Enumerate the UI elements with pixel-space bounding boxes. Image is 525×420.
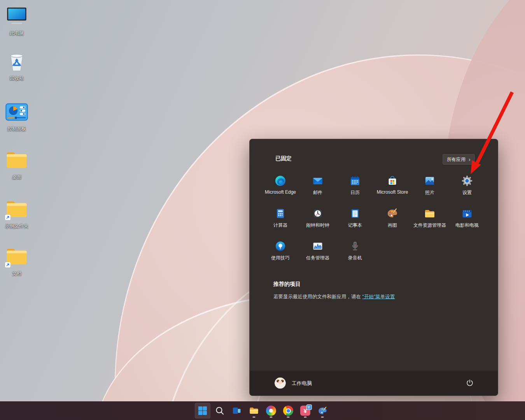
- all-apps-button[interactable]: 所有应用 ›: [443, 154, 475, 165]
- calendar-icon: [349, 175, 361, 187]
- pinwheel-app-icon: [266, 406, 276, 416]
- app-label: 设置: [462, 189, 472, 196]
- app-label: 日历: [350, 189, 360, 196]
- pinned-app-settings[interactable]: 设置: [448, 173, 486, 206]
- file-explorer-icon: [424, 207, 436, 220]
- running-app-indicator: [270, 416, 273, 418]
- microphone-icon: [349, 240, 361, 252]
- desktop-icon-label: 桌面: [12, 174, 21, 180]
- taskbar-file-explorer-button[interactable]: [246, 403, 262, 418]
- pinned-app-photos[interactable]: 照片: [411, 173, 448, 206]
- edge-icon: [274, 175, 287, 187]
- pinned-app-calendar[interactable]: 日历: [336, 173, 374, 206]
- currency-app-icon: ¥: [300, 406, 310, 416]
- recommended-hint: 若要显示最近使用的文件和新应用，请在: [273, 294, 362, 299]
- pinned-app-mail[interactable]: 邮件: [299, 173, 336, 206]
- task-view-icon: [232, 406, 242, 416]
- start-menu-footer: 工作电脑: [250, 370, 498, 396]
- chrome-icon: [283, 406, 293, 416]
- app-label: 使用技巧: [271, 255, 290, 261]
- running-app-indicator: [304, 416, 307, 418]
- app-label: 画图: [388, 222, 397, 229]
- file-explorer-icon: [249, 406, 259, 416]
- app-label: Microsoft Store: [377, 189, 408, 195]
- pinned-apps-grid: Microsoft Edge 邮件: [262, 173, 486, 271]
- desktop-icon-recycle-bin[interactable]: 回收站: [0, 49, 33, 82]
- search-icon: [215, 406, 225, 416]
- user-name: 工作电脑: [292, 380, 312, 387]
- movies-tv-icon: [461, 207, 473, 220]
- desktop-icon-label: 文档: [12, 270, 21, 277]
- folder-icon: [4, 197, 29, 222]
- desktop-icon-sample-folder[interactable]: 示例文件夹: [0, 197, 33, 229]
- running-app-indicator: [321, 416, 324, 418]
- pinned-app-calculator[interactable]: 计算器: [262, 206, 299, 239]
- pinned-app-microsoft-store[interactable]: Microsoft Store: [374, 173, 411, 206]
- taskbar: ¥: [0, 401, 525, 420]
- pinned-section-header: 已固定: [275, 155, 292, 162]
- pinned-app-task-manager[interactable]: 任务管理器: [299, 239, 336, 271]
- clock-icon: [312, 207, 324, 220]
- currency-app-badge-icon: [306, 404, 312, 410]
- running-app-indicator: [253, 416, 256, 418]
- search-button[interactable]: [212, 403, 228, 418]
- taskbar-currency-app-button[interactable]: ¥: [298, 403, 313, 418]
- calculator-icon: [274, 207, 287, 220]
- desktop-icon-label: 此电脑: [10, 30, 24, 37]
- start-menu: 已固定 所有应用 › Microsoft Edge: [249, 139, 498, 396]
- user-avatar: [275, 378, 286, 389]
- app-label: 闹钟和时钟: [306, 222, 329, 229]
- chrome-icon-center: [287, 409, 290, 413]
- app-label: Microsoft Edge: [265, 189, 296, 195]
- desktop-icon-documents-folder[interactable]: 文档: [0, 244, 33, 277]
- app-label: 任务管理器: [306, 255, 329, 261]
- app-label: 计算器: [273, 222, 287, 229]
- start-menu-settings-link[interactable]: "开始"菜单设置: [362, 294, 395, 299]
- app-label: 邮件: [313, 189, 322, 196]
- pinned-app-file-explorer[interactable]: 文件资源管理器: [411, 206, 448, 239]
- all-apps-label: 所有应用: [447, 156, 466, 163]
- desktop-icon-label: 控制面板: [7, 126, 26, 132]
- recommended-section-header: 推荐的项目: [273, 281, 301, 288]
- taskbar-pinwheel-app-button[interactable]: [263, 403, 279, 418]
- app-label: 记事本: [348, 222, 362, 229]
- desktop-icon-label: 示例文件夹: [5, 223, 28, 229]
- app-label: 录音机: [348, 255, 362, 261]
- control-panel-icon: [4, 100, 29, 124]
- task-view-button[interactable]: [229, 403, 245, 418]
- pinned-app-alarms-clock[interactable]: 闹钟和时钟: [299, 206, 336, 239]
- this-pc-icon: [4, 4, 29, 29]
- pinned-app-voice-recorder[interactable]: 录音机: [336, 239, 374, 271]
- taskbar-paint-app-button[interactable]: [315, 403, 330, 418]
- taskbar-chrome-button[interactable]: [280, 403, 296, 418]
- shortcut-arrow-icon: [5, 215, 10, 220]
- pinned-app-microsoft-edge[interactable]: Microsoft Edge: [262, 173, 299, 206]
- desktop-icon-control-panel[interactable]: 控制面板: [0, 100, 33, 132]
- running-app-indicator: [287, 416, 290, 418]
- folder-icon: [4, 148, 29, 173]
- power-button[interactable]: [462, 375, 478, 391]
- start-button[interactable]: [195, 403, 210, 418]
- desktop-icon-label: 回收站: [10, 75, 24, 82]
- desktop-icon-this-pc[interactable]: 此电脑: [0, 4, 33, 37]
- app-label: 电影和电视: [455, 222, 479, 229]
- photos-icon: [424, 175, 436, 187]
- mail-icon: [312, 175, 324, 187]
- pinned-app-notepad[interactable]: 记事本: [336, 206, 374, 239]
- settings-gear-icon: [461, 175, 473, 187]
- pinned-app-movies-tv[interactable]: 电影和电视: [448, 206, 486, 239]
- recommended-hint-text: 若要显示最近使用的文件和新应用，请在 "开始"菜单设置: [273, 294, 395, 300]
- windows-logo-icon: [198, 406, 208, 416]
- shortcut-arrow-icon: [5, 262, 10, 268]
- paint-palette-icon: [317, 406, 328, 416]
- chevron-right-icon: ›: [469, 157, 471, 162]
- paint-palette-icon: [386, 207, 399, 220]
- desktop-icon-desktop-folder[interactable]: 桌面: [0, 148, 33, 180]
- pinned-app-tips[interactable]: 使用技巧: [262, 239, 299, 271]
- folder-icon: [4, 244, 29, 269]
- tips-lightbulb-icon: [274, 240, 287, 252]
- user-account-button[interactable]: 工作电脑: [275, 378, 312, 389]
- pinned-app-paint[interactable]: 画图: [374, 206, 411, 239]
- app-label: 文件资源管理器: [413, 222, 446, 229]
- store-icon: [386, 175, 399, 187]
